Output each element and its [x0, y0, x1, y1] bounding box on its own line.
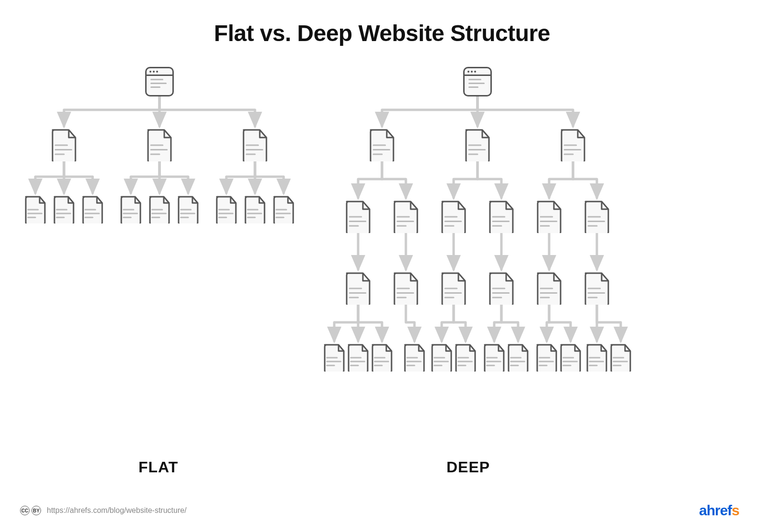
cc-license-icon: CC BY: [20, 506, 41, 515]
deep-l3-doc: [440, 272, 467, 305]
flat-leaf-doc: [215, 196, 238, 223]
deep-root-browser-icon: [463, 67, 492, 96]
deep-leaf-doc: [403, 344, 426, 372]
flat-leaf-doc: [177, 196, 200, 223]
deep-l2-doc: [584, 201, 610, 233]
deep-l3-doc: [393, 272, 419, 305]
deep-leaf-doc: [323, 344, 346, 372]
deep-l3-doc: [584, 272, 610, 305]
deep-l2-doc: [488, 201, 515, 233]
flat-leaf-doc: [272, 196, 295, 223]
deep-leaf-doc: [535, 344, 558, 372]
deep-l2-doc: [536, 201, 562, 233]
footer-attribution: CC BY https://ahrefs.com/blog/website-st…: [20, 506, 187, 515]
deep-l1-doc: [369, 129, 395, 161]
flat-root-browser-icon: [145, 67, 174, 96]
deep-leaf-doc: [609, 344, 632, 372]
deep-leaf-doc: [559, 344, 582, 372]
deep-leaf-doc: [454, 344, 477, 372]
deep-l2-doc: [440, 201, 467, 233]
connector-lines: [0, 57, 764, 449]
flat-leaf-doc: [81, 196, 104, 223]
flat-l1-doc: [146, 129, 173, 161]
flat-label: FLAT: [138, 458, 178, 476]
deep-l2-doc: [393, 201, 419, 233]
deep-l3-doc: [536, 272, 562, 305]
deep-label: DEEP: [446, 458, 490, 476]
flat-leaf-doc: [53, 196, 75, 223]
deep-leaf-doc: [347, 344, 370, 372]
diagram-canvas: [0, 57, 764, 449]
ahrefs-logo: ahrefs: [699, 502, 739, 519]
deep-leaf-doc: [371, 344, 393, 372]
deep-leaf-doc: [483, 344, 506, 372]
diagram-title: Flat vs. Deep Website Structure: [0, 20, 764, 46]
flat-l1-doc: [242, 129, 268, 161]
deep-l2-doc: [345, 201, 371, 233]
footer: CC BY https://ahrefs.com/blog/website-st…: [20, 502, 739, 519]
flat-leaf-doc: [148, 196, 171, 223]
deep-l1-doc: [560, 129, 586, 161]
source-url: https://ahrefs.com/blog/website-structur…: [47, 506, 187, 515]
flat-l1-doc: [51, 129, 77, 161]
flat-leaf-doc: [119, 196, 142, 223]
deep-leaf-doc: [430, 344, 453, 372]
deep-leaf-doc: [585, 344, 608, 372]
deep-l3-doc: [345, 272, 371, 305]
flat-leaf-doc: [24, 196, 47, 223]
deep-l3-doc: [488, 272, 515, 305]
flat-leaf-doc: [244, 196, 266, 223]
deep-leaf-doc: [507, 344, 530, 372]
deep-l1-doc: [464, 129, 491, 161]
